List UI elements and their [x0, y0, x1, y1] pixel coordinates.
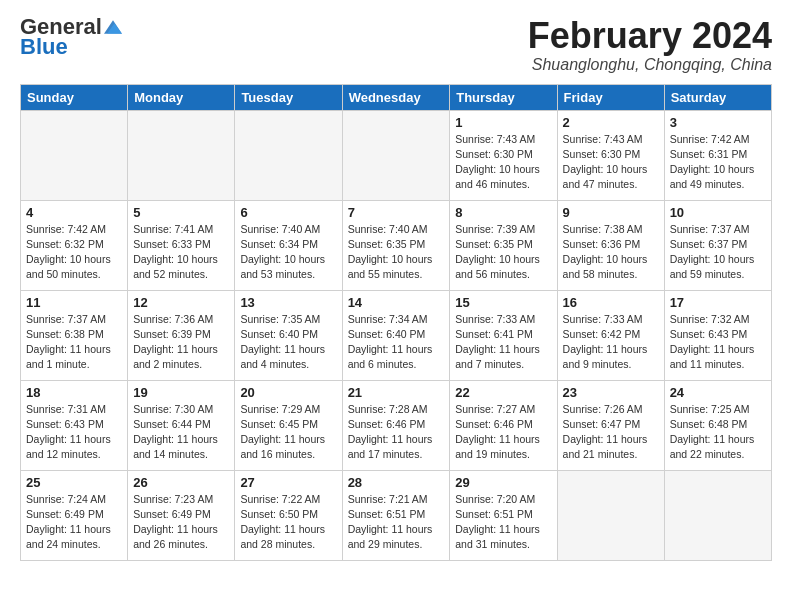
- day-number: 25: [26, 475, 122, 490]
- day-info: Sunrise: 7:32 AMSunset: 6:43 PMDaylight:…: [670, 312, 766, 373]
- day-number: 19: [133, 385, 229, 400]
- day-number: 28: [348, 475, 445, 490]
- day-of-week-header: Sunday: [21, 84, 128, 110]
- calendar-cell: 19Sunrise: 7:30 AMSunset: 6:44 PMDayligh…: [128, 380, 235, 470]
- calendar-cell: 11Sunrise: 7:37 AMSunset: 6:38 PMDayligh…: [21, 290, 128, 380]
- day-number: 21: [348, 385, 445, 400]
- header-row: SundayMondayTuesdayWednesdayThursdayFrid…: [21, 84, 772, 110]
- day-info: Sunrise: 7:26 AMSunset: 6:47 PMDaylight:…: [563, 402, 659, 463]
- day-info: Sunrise: 7:20 AMSunset: 6:51 PMDaylight:…: [455, 492, 551, 553]
- calendar-cell: 18Sunrise: 7:31 AMSunset: 6:43 PMDayligh…: [21, 380, 128, 470]
- day-info: Sunrise: 7:38 AMSunset: 6:36 PMDaylight:…: [563, 222, 659, 283]
- day-info: Sunrise: 7:35 AMSunset: 6:40 PMDaylight:…: [240, 312, 336, 373]
- location: Shuanglonghu, Chongqing, China: [528, 56, 772, 74]
- calendar-body: 1Sunrise: 7:43 AMSunset: 6:30 PMDaylight…: [21, 110, 772, 560]
- logo-blue: Blue: [20, 36, 68, 58]
- day-info: Sunrise: 7:37 AMSunset: 6:38 PMDaylight:…: [26, 312, 122, 373]
- day-number: 15: [455, 295, 551, 310]
- day-info: Sunrise: 7:27 AMSunset: 6:46 PMDaylight:…: [455, 402, 551, 463]
- day-info: Sunrise: 7:29 AMSunset: 6:45 PMDaylight:…: [240, 402, 336, 463]
- calendar-cell: 15Sunrise: 7:33 AMSunset: 6:41 PMDayligh…: [450, 290, 557, 380]
- calendar-week: 1Sunrise: 7:43 AMSunset: 6:30 PMDaylight…: [21, 110, 772, 200]
- day-number: 12: [133, 295, 229, 310]
- day-info: Sunrise: 7:24 AMSunset: 6:49 PMDaylight:…: [26, 492, 122, 553]
- day-info: Sunrise: 7:21 AMSunset: 6:51 PMDaylight:…: [348, 492, 445, 553]
- day-info: Sunrise: 7:23 AMSunset: 6:49 PMDaylight:…: [133, 492, 229, 553]
- calendar-cell: 16Sunrise: 7:33 AMSunset: 6:42 PMDayligh…: [557, 290, 664, 380]
- calendar-cell: 6Sunrise: 7:40 AMSunset: 6:34 PMDaylight…: [235, 200, 342, 290]
- day-info: Sunrise: 7:41 AMSunset: 6:33 PMDaylight:…: [133, 222, 229, 283]
- day-info: Sunrise: 7:25 AMSunset: 6:48 PMDaylight:…: [670, 402, 766, 463]
- calendar-week: 11Sunrise: 7:37 AMSunset: 6:38 PMDayligh…: [21, 290, 772, 380]
- day-of-week-header: Saturday: [664, 84, 771, 110]
- calendar-week: 18Sunrise: 7:31 AMSunset: 6:43 PMDayligh…: [21, 380, 772, 470]
- day-number: 24: [670, 385, 766, 400]
- calendar-cell: 23Sunrise: 7:26 AMSunset: 6:47 PMDayligh…: [557, 380, 664, 470]
- calendar-cell: 26Sunrise: 7:23 AMSunset: 6:49 PMDayligh…: [128, 470, 235, 560]
- day-info: Sunrise: 7:43 AMSunset: 6:30 PMDaylight:…: [563, 132, 659, 193]
- header: General Blue February 2024 Shuanglonghu,…: [20, 16, 772, 74]
- day-number: 20: [240, 385, 336, 400]
- calendar-cell: 5Sunrise: 7:41 AMSunset: 6:33 PMDaylight…: [128, 200, 235, 290]
- calendar-cell: 28Sunrise: 7:21 AMSunset: 6:51 PMDayligh…: [342, 470, 450, 560]
- calendar-cell: 24Sunrise: 7:25 AMSunset: 6:48 PMDayligh…: [664, 380, 771, 470]
- day-info: Sunrise: 7:28 AMSunset: 6:46 PMDaylight:…: [348, 402, 445, 463]
- calendar-cell: [342, 110, 450, 200]
- day-info: Sunrise: 7:42 AMSunset: 6:31 PMDaylight:…: [670, 132, 766, 193]
- calendar-cell: 1Sunrise: 7:43 AMSunset: 6:30 PMDaylight…: [450, 110, 557, 200]
- calendar-cell: 25Sunrise: 7:24 AMSunset: 6:49 PMDayligh…: [21, 470, 128, 560]
- calendar-week: 4Sunrise: 7:42 AMSunset: 6:32 PMDaylight…: [21, 200, 772, 290]
- day-info: Sunrise: 7:31 AMSunset: 6:43 PMDaylight:…: [26, 402, 122, 463]
- day-info: Sunrise: 7:39 AMSunset: 6:35 PMDaylight:…: [455, 222, 551, 283]
- day-of-week-header: Thursday: [450, 84, 557, 110]
- day-number: 2: [563, 115, 659, 130]
- calendar-cell: [664, 470, 771, 560]
- day-number: 22: [455, 385, 551, 400]
- day-info: Sunrise: 7:42 AMSunset: 6:32 PMDaylight:…: [26, 222, 122, 283]
- calendar-cell: [235, 110, 342, 200]
- day-number: 5: [133, 205, 229, 220]
- calendar-cell: 13Sunrise: 7:35 AMSunset: 6:40 PMDayligh…: [235, 290, 342, 380]
- month-title: February 2024: [528, 16, 772, 56]
- calendar: SundayMondayTuesdayWednesdayThursdayFrid…: [20, 84, 772, 561]
- calendar-cell: [21, 110, 128, 200]
- logo-icon: [104, 20, 122, 34]
- day-info: Sunrise: 7:22 AMSunset: 6:50 PMDaylight:…: [240, 492, 336, 553]
- calendar-cell: 20Sunrise: 7:29 AMSunset: 6:45 PMDayligh…: [235, 380, 342, 470]
- day-number: 6: [240, 205, 336, 220]
- day-of-week-header: Tuesday: [235, 84, 342, 110]
- calendar-cell: [128, 110, 235, 200]
- day-number: 13: [240, 295, 336, 310]
- calendar-cell: 29Sunrise: 7:20 AMSunset: 6:51 PMDayligh…: [450, 470, 557, 560]
- day-number: 29: [455, 475, 551, 490]
- day-number: 23: [563, 385, 659, 400]
- calendar-cell: 17Sunrise: 7:32 AMSunset: 6:43 PMDayligh…: [664, 290, 771, 380]
- calendar-cell: 12Sunrise: 7:36 AMSunset: 6:39 PMDayligh…: [128, 290, 235, 380]
- calendar-cell: 22Sunrise: 7:27 AMSunset: 6:46 PMDayligh…: [450, 380, 557, 470]
- day-info: Sunrise: 7:33 AMSunset: 6:42 PMDaylight:…: [563, 312, 659, 373]
- logo: General Blue: [20, 16, 122, 58]
- calendar-cell: 14Sunrise: 7:34 AMSunset: 6:40 PMDayligh…: [342, 290, 450, 380]
- day-number: 17: [670, 295, 766, 310]
- calendar-cell: 7Sunrise: 7:40 AMSunset: 6:35 PMDaylight…: [342, 200, 450, 290]
- calendar-header: SundayMondayTuesdayWednesdayThursdayFrid…: [21, 84, 772, 110]
- calendar-cell: 2Sunrise: 7:43 AMSunset: 6:30 PMDaylight…: [557, 110, 664, 200]
- calendar-cell: 8Sunrise: 7:39 AMSunset: 6:35 PMDaylight…: [450, 200, 557, 290]
- calendar-cell: 9Sunrise: 7:38 AMSunset: 6:36 PMDaylight…: [557, 200, 664, 290]
- day-number: 9: [563, 205, 659, 220]
- calendar-cell: 3Sunrise: 7:42 AMSunset: 6:31 PMDaylight…: [664, 110, 771, 200]
- day-of-week-header: Monday: [128, 84, 235, 110]
- calendar-cell: 27Sunrise: 7:22 AMSunset: 6:50 PMDayligh…: [235, 470, 342, 560]
- day-number: 14: [348, 295, 445, 310]
- day-number: 1: [455, 115, 551, 130]
- day-info: Sunrise: 7:30 AMSunset: 6:44 PMDaylight:…: [133, 402, 229, 463]
- calendar-cell: 4Sunrise: 7:42 AMSunset: 6:32 PMDaylight…: [21, 200, 128, 290]
- day-info: Sunrise: 7:37 AMSunset: 6:37 PMDaylight:…: [670, 222, 766, 283]
- day-number: 4: [26, 205, 122, 220]
- calendar-cell: [557, 470, 664, 560]
- day-number: 26: [133, 475, 229, 490]
- day-info: Sunrise: 7:36 AMSunset: 6:39 PMDaylight:…: [133, 312, 229, 373]
- day-number: 11: [26, 295, 122, 310]
- calendar-cell: 10Sunrise: 7:37 AMSunset: 6:37 PMDayligh…: [664, 200, 771, 290]
- day-number: 18: [26, 385, 122, 400]
